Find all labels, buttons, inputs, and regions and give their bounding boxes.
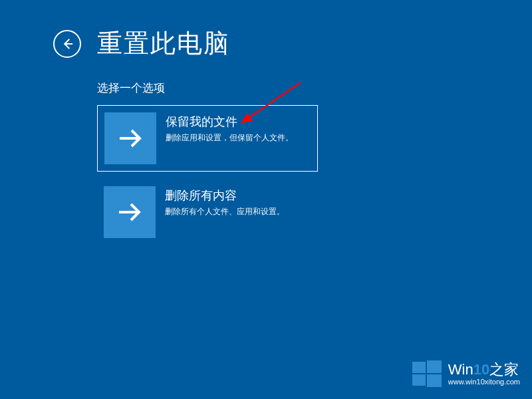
- option-title: 保留我的文件: [166, 114, 293, 130]
- option-description: 删除应用和设置，但保留个人文件。: [166, 132, 293, 144]
- arrow-right-icon: [104, 112, 156, 164]
- svg-rect-7: [412, 374, 426, 386]
- option-keep-files[interactable]: 保留我的文件 删除应用和设置，但保留个人文件。: [97, 105, 318, 172]
- back-arrow-icon: [60, 37, 74, 51]
- page-title: 重置此电脑: [97, 27, 230, 61]
- windows-logo-icon: [412, 359, 442, 388]
- svg-rect-8: [427, 374, 442, 387]
- option-title: 删除所有内容: [165, 188, 285, 203]
- page-subtitle: 选择一个选项: [0, 61, 532, 105]
- watermark-brand: Win10之家: [448, 362, 520, 378]
- arrow-right-icon: [104, 186, 156, 238]
- svg-rect-6: [427, 360, 442, 373]
- option-description: 删除所有个人文件、应用和设置。: [165, 206, 285, 217]
- back-button[interactable]: [53, 30, 81, 58]
- options-list: 保留我的文件 删除应用和设置，但保留个人文件。 删除所有内容 删除所有个人文件、…: [0, 105, 532, 246]
- watermark: Win10之家 www.win10xitong.com: [412, 359, 520, 388]
- svg-rect-5: [412, 362, 426, 373]
- watermark-url: www.win10xitong.com: [448, 378, 520, 386]
- option-remove-everything[interactable]: 删除所有内容 删除所有个人文件、应用和设置。: [97, 180, 318, 246]
